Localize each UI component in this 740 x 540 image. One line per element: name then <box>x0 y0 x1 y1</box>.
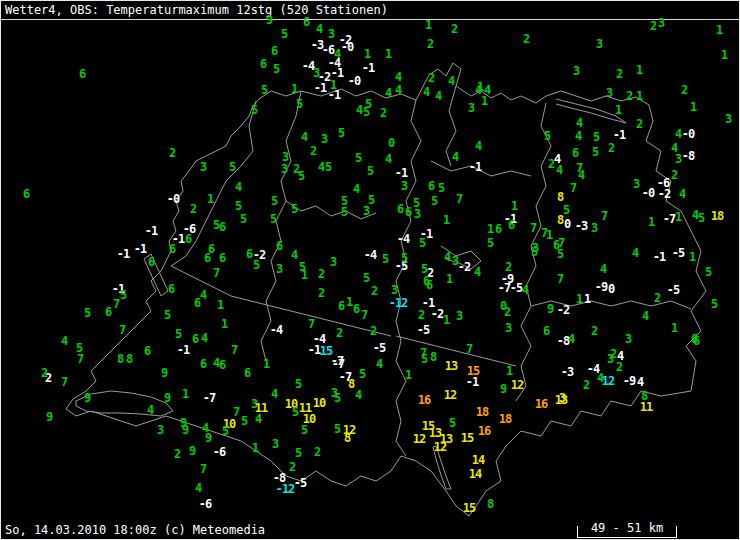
station-temp: 2 <box>336 328 342 338</box>
station-temp: 4 <box>271 389 277 399</box>
station-temp: 2 <box>583 380 589 390</box>
station-temp: 6 <box>508 220 514 230</box>
station-temp: 2 <box>427 39 433 49</box>
station-temp: -12 <box>389 298 408 308</box>
station-temp: 6 <box>405 207 411 217</box>
station-temp: 2 <box>523 34 529 44</box>
station-temp: 1 <box>615 105 621 115</box>
station-temp: 3 <box>606 88 612 98</box>
station-temp: 5 <box>175 329 181 339</box>
station-temp: 9 <box>164 393 170 403</box>
station-temp: 6 <box>219 360 225 370</box>
station-temp: 15 <box>463 503 475 513</box>
station-temp: 15 <box>461 433 473 443</box>
station-temp: 18 <box>499 414 511 424</box>
station-temp: -0 <box>682 129 694 139</box>
station-temp: 5 <box>698 213 704 223</box>
station-temp: 1 <box>346 297 352 307</box>
station-temp: 5 <box>271 196 277 206</box>
station-temp: -1 <box>145 226 157 236</box>
station-temp: 1 <box>425 20 431 30</box>
station-temp: 5 <box>84 308 90 318</box>
station-temp: 5 <box>222 426 228 436</box>
station-temp: 6 <box>353 304 359 314</box>
station-temp: 4 <box>301 132 307 142</box>
station-temp: 5 <box>292 407 298 417</box>
station-temp: 5 <box>544 131 550 141</box>
station-temp: 7 <box>233 407 239 417</box>
station-temp: 5 <box>367 166 373 176</box>
station-temp: 7 <box>361 310 367 320</box>
station-temp: -1 <box>134 244 146 254</box>
station-temp: 3 <box>272 439 278 449</box>
station-temp: -1 <box>613 130 625 140</box>
station-temp: 4 <box>522 285 528 295</box>
station-temp: 5 <box>338 128 344 138</box>
map-scale-bracket: 49 - 51 km <box>577 526 677 538</box>
station-temp: 4 <box>385 88 391 98</box>
station-temp: -4 <box>397 234 409 244</box>
station-temp: 5 <box>449 418 455 428</box>
station-temp: 5 <box>531 247 537 257</box>
station-temp: 9 <box>266 15 272 25</box>
station-temp: 7 <box>557 274 563 284</box>
station-temp: 6 <box>244 368 250 378</box>
station-temp: 9 <box>500 384 506 394</box>
station-temp: 9 <box>189 446 195 456</box>
station-temp: 1 <box>690 102 696 112</box>
station-temp: 3 <box>282 152 288 162</box>
station-temp: 1 <box>721 50 727 60</box>
station-temp: 5 <box>557 249 563 259</box>
station-temp: 4 <box>675 129 681 139</box>
station-temp: -2 <box>658 189 670 199</box>
station-temp: 6 <box>271 46 277 56</box>
station-temp: 14 <box>469 469 481 479</box>
station-temp: -6 <box>322 45 334 55</box>
station-temp: 7 <box>200 464 206 474</box>
station-temp: 2 <box>591 326 597 336</box>
station-temp: 6 <box>246 249 252 259</box>
station-temp: 5 <box>235 201 241 211</box>
station-temp: 5 <box>334 424 340 434</box>
station-temp: 9 <box>46 412 52 422</box>
station-temp: -5 <box>417 325 429 335</box>
station-temp: -0 <box>341 42 353 52</box>
station-temp: 2 <box>451 24 457 34</box>
station-temp: 4 <box>578 170 584 180</box>
station-temp: -8 <box>682 151 694 161</box>
station-temp: 8 <box>557 192 563 202</box>
station-temp: -1 <box>314 83 326 93</box>
station-temp: 3 <box>596 39 602 49</box>
station-temp: 3 <box>456 311 462 321</box>
station-temp: -7 <box>203 393 215 403</box>
station-temp: 7 <box>119 325 125 335</box>
station-temp: 1 <box>671 323 677 333</box>
station-temp: 4 <box>556 165 562 175</box>
station-temp: 1 <box>263 359 269 369</box>
station-temp: 5 <box>334 393 340 403</box>
station-temp: 7 <box>308 319 314 329</box>
station-temp: 1 <box>182 389 188 399</box>
station-temp: -4 <box>364 250 376 260</box>
station-temp: -2 <box>557 305 569 315</box>
station-temp: 2 <box>616 69 622 79</box>
station-temp: 3 <box>391 285 397 295</box>
station-temp: 5 <box>563 205 569 215</box>
station-temp: 3 <box>633 179 639 189</box>
station-temp: 2 <box>548 159 554 169</box>
station-temp: -9 <box>595 282 607 292</box>
station-temp: 2 <box>505 262 511 272</box>
station-temp: 5 <box>368 195 374 205</box>
station-temp: 2 <box>654 293 660 303</box>
station-temp: 4 <box>355 390 361 400</box>
station-temp: 3 <box>573 66 579 76</box>
station-temp: 3 <box>363 206 369 216</box>
station-temp: 1 <box>576 294 582 304</box>
station-temp: 6 <box>397 204 403 214</box>
station-temp: -6 <box>213 447 225 457</box>
station-temp: 3 <box>401 181 407 191</box>
station-temp: 6 <box>426 280 432 290</box>
station-temp: 6 <box>338 301 344 311</box>
station-temp: 4 <box>147 405 153 415</box>
station-temp: 3 <box>157 425 163 435</box>
